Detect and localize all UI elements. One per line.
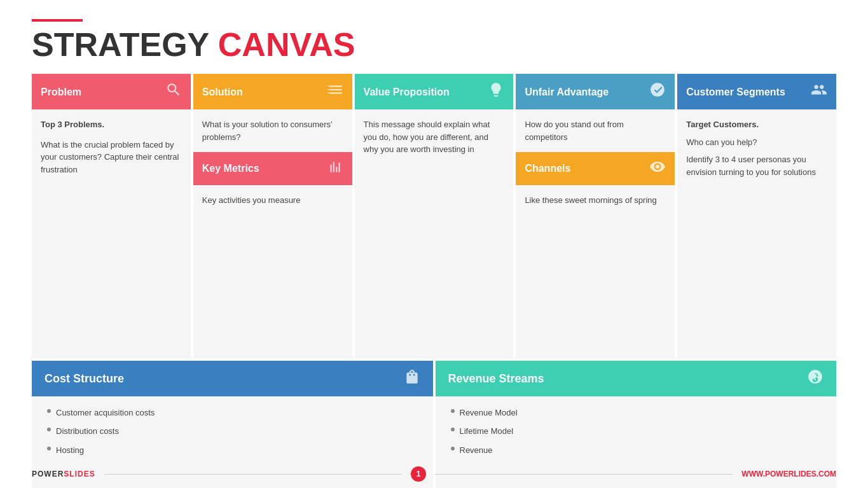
- revenue-item-2-text: Lifetime Model: [460, 424, 514, 438]
- page-number: 1: [417, 470, 421, 478]
- page: STRATEGY CANVAS Problem Top 3 Problems.: [0, 0, 868, 488]
- cost-item-2-text: Distribution costs: [56, 424, 119, 438]
- canvas-grid: Problem Top 3 Problems. What is the cruc…: [32, 74, 836, 488]
- footer-line-left: [104, 474, 402, 475]
- page-number-badge: 1: [411, 466, 426, 482]
- channels-label: Channels: [525, 163, 570, 174]
- problem-label: Problem: [41, 86, 165, 98]
- revenue-header: Revenue Streams: [436, 361, 837, 396]
- unfair-text: How do you stand out from competitors: [525, 118, 666, 143]
- solution-icon: [327, 81, 343, 102]
- title-strategy: STRATEGY: [32, 26, 209, 63]
- lightbulb-icon: [488, 81, 504, 102]
- header-accent-line: [32, 19, 83, 22]
- revenue-item-3-text: Revenue: [460, 443, 493, 457]
- problem-body: Top 3 Problems. What is the crucial prob…: [32, 109, 191, 358]
- customer-text-line1: Target Customers.: [686, 118, 827, 131]
- page-title: STRATEGY CANVAS: [32, 28, 836, 61]
- unfair-body-top: How do you stand out from competitors: [516, 109, 675, 152]
- solution-header: Solution: [193, 74, 352, 109]
- customer-label: Customer Segments: [686, 86, 811, 98]
- value-prop-column: Value Proposition This message should ex…: [355, 74, 514, 358]
- header: STRATEGY CANVAS: [32, 19, 836, 61]
- bullet-dot-2: [47, 428, 51, 431]
- cost-item-2: Distribution costs: [47, 424, 418, 438]
- revenue-item-1-text: Revenue Model: [460, 405, 518, 420]
- value-prop-text: This message should explain what you do,…: [364, 118, 505, 156]
- svg-rect-0: [327, 85, 329, 87]
- unfair-header: Unfair Advantage: [516, 74, 675, 109]
- customer-header: Customer Segments: [677, 74, 836, 109]
- unfair-label: Unfair Advantage: [525, 86, 649, 98]
- channels-body: Like these sweet mornings of spring: [516, 185, 675, 358]
- unfair-column: Unfair Advantage How do you stand out fr…: [516, 74, 675, 358]
- revenue-bullet-3: [451, 447, 455, 450]
- cost-item-1: Customer acquisition costs: [47, 405, 418, 420]
- cost-label: Cost Structure: [45, 372, 124, 386]
- footer-brand-right: WWW.POWERLIDES.COM: [741, 470, 836, 478]
- footer-brand-left: POWERSLIDES: [32, 470, 95, 478]
- bullet-dot-3: [47, 447, 51, 450]
- problem-column: Problem Top 3 Problems. What is the cruc…: [32, 74, 191, 358]
- bar-chart-icon: [327, 158, 343, 179]
- revenue-label: Revenue Streams: [448, 372, 544, 386]
- problem-header: Problem: [32, 74, 191, 109]
- revenue-item-2: Lifetime Model: [451, 424, 822, 438]
- cost-item-3-text: Hosting: [56, 443, 84, 457]
- key-metrics-label: Key Metrics: [202, 163, 259, 174]
- revenue-bullet-2: [451, 428, 455, 431]
- bullet-dot-1: [47, 409, 51, 413]
- key-metrics-body: Key activities you measure: [193, 185, 352, 358]
- revenue-item-1: Revenue Model: [451, 405, 822, 420]
- customer-text-line3: Identify 3 to 4 user personas you envisi…: [686, 153, 827, 178]
- customer-body: Target Customers. Who can you help? Iden…: [677, 109, 836, 358]
- channels-text: Like these sweet mornings of spring: [525, 194, 666, 207]
- key-metrics-header: Key Metrics: [193, 152, 352, 185]
- problem-text-line1: Top 3 Problems.: [41, 118, 182, 131]
- customer-column: Customer Segments Target Customers. Who …: [677, 74, 836, 358]
- revenue-item-3: Revenue: [451, 443, 822, 457]
- people-icon: [811, 81, 827, 102]
- bag-icon: [404, 368, 420, 389]
- handshake-icon: [649, 81, 666, 102]
- key-metrics-text: Key activities you measure: [202, 194, 343, 207]
- customer-text-line2: Who can you help?: [686, 136, 827, 149]
- problem-text-line2: What is the crucial problem faced by you…: [41, 139, 182, 176]
- dollar-icon: [807, 368, 823, 389]
- footer-line-right: [435, 474, 733, 475]
- footer-url: WWW.POWERLIDES.COM: [741, 470, 836, 478]
- value-prop-body: This message should explain what you do,…: [355, 109, 514, 358]
- value-prop-header: Value Proposition: [355, 74, 514, 109]
- solution-label: Solution: [202, 86, 327, 98]
- channels-header: Channels: [516, 152, 675, 185]
- cost-item-1-text: Customer acquisition costs: [56, 405, 155, 420]
- cost-item-3: Hosting: [47, 443, 418, 457]
- footer-brand-accent: SLIDES: [64, 470, 95, 478]
- title-canvas: CANVAS: [218, 26, 355, 63]
- solution-column: Solution What is your solution to consum…: [193, 74, 352, 358]
- top-section: Problem Top 3 Problems. What is the cruc…: [32, 74, 836, 358]
- revenue-bullet-1: [451, 409, 455, 413]
- solution-text: What is your solution to consumers' prob…: [202, 118, 343, 143]
- svg-rect-1: [327, 88, 329, 90]
- eye-icon: [649, 158, 666, 179]
- solution-body-top: What is your solution to consumers' prob…: [193, 109, 352, 152]
- cost-header: Cost Structure: [32, 361, 433, 396]
- footer: POWERSLIDES 1 WWW.POWERLIDES.COM: [32, 460, 836, 488]
- svg-rect-2: [327, 92, 329, 94]
- search-icon: [165, 81, 182, 102]
- value-prop-label: Value Proposition: [364, 86, 488, 98]
